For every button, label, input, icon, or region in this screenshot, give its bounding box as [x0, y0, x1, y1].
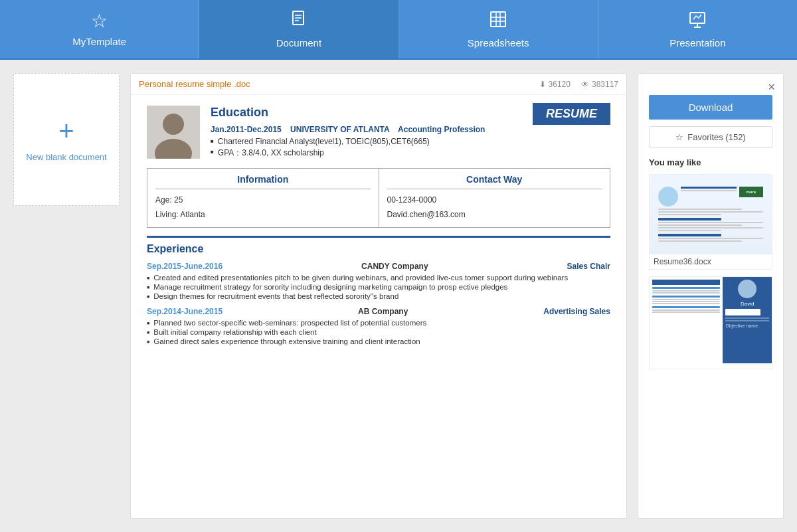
exp2-bullet-2: Built initial company relationship with …: [147, 328, 610, 336]
exp2-bullet-3: Gained direct sales experience through e…: [147, 337, 610, 345]
new-blank-document-card[interactable]: + New blank document: [13, 73, 120, 206]
nav-document[interactable]: Document: [199, 0, 398, 58]
resume-header-row: Education RESUME Jan.2011-Dec.2015 UNIVE…: [147, 106, 610, 160]
exp1-bullet-3: Design themes for recruitment events tha…: [147, 292, 610, 300]
right-panel: × Download ☆ Favorites (152) You may lik…: [638, 73, 784, 519]
experience-section: Experience Sep.2015-June.2016 CANDY Comp…: [147, 243, 610, 345]
svg-rect-9: [690, 13, 705, 23]
you-may-like-label: You may like: [649, 157, 772, 167]
document-preview: Personal resume simple .doc ⬇ 36120 👁 38…: [130, 73, 627, 519]
info-header: Information: [155, 174, 371, 189]
nav-spreadsheets[interactable]: Spreadsheets: [399, 0, 598, 58]
view-icon: 👁: [581, 80, 589, 89]
doc-body: Education RESUME Jan.2011-Dec.2015 UNIVE…: [131, 95, 626, 363]
contact-content: 00-1234-0000 David.chen@163.com: [387, 193, 602, 222]
info-contact-table: Information Age: 25 Living: Atlanta Cont…: [147, 168, 610, 228]
info-content: Age: 25 Living: Atlanta: [155, 193, 371, 222]
experience-title: Experience: [147, 243, 610, 255]
edu-details: Jan.2011-Dec.2015 UNIVERSITY OF ATLANTA …: [211, 125, 610, 134]
favorites-button[interactable]: ☆ Favorites (152): [649, 126, 772, 148]
nav-presentation[interactable]: Presentation: [598, 0, 797, 58]
main-content: + New blank document Personal resume sim…: [0, 60, 797, 532]
education-title: Education: [211, 106, 268, 120]
resume-photo: [147, 106, 200, 159]
svg-point-13: [163, 114, 184, 135]
download-count: ⬇ 36120: [539, 80, 571, 89]
mytemplate-icon: ☆: [91, 12, 108, 31]
star-icon: ☆: [675, 132, 683, 142]
doc-title: Personal resume simple .doc: [139, 79, 250, 89]
resume-education: Education RESUME Jan.2011-Dec.2015 UNIVE…: [211, 106, 610, 160]
suggestion-preview-1: more: [650, 175, 772, 254]
nav-presentation-label: Presentation: [669, 37, 725, 48]
resume-badge: RESUME: [533, 103, 610, 125]
suggestion-2-name: [650, 363, 772, 369]
nav-spreadsheets-label: Spreadsheets: [468, 37, 529, 48]
document-icon: [290, 10, 308, 32]
download-icon: ⬇: [539, 80, 546, 89]
exp-entry-2: Sep.2014-June.2015 AB Company Advertisin…: [147, 307, 610, 345]
presentation-icon: [688, 10, 707, 32]
exp2-header: Sep.2014-June.2015 AB Company Advertisin…: [147, 307, 610, 316]
exp-entry-1: Sep.2015-June.2016 CANDY Company Sales C…: [147, 262, 610, 300]
suggestions-container: more: [649, 174, 772, 507]
exp1-header: Sep.2015-June.2016 CANDY Company Sales C…: [147, 262, 610, 271]
new-doc-label: New blank document: [26, 152, 106, 162]
nav-document-label: Document: [276, 37, 321, 48]
view-count: 👁 383117: [581, 80, 618, 89]
suggestion-1-name: Resume36.docx: [650, 254, 772, 269]
edu-bullet-1: Chartered Financial Analyst(level1), TOE…: [211, 137, 610, 146]
contact-column: Contact Way 00-1234-0000 David.chen@163.…: [379, 169, 610, 227]
spreadsheets-icon: [489, 10, 507, 32]
suggestion-card-1[interactable]: more: [649, 174, 772, 270]
info-column: Information Age: 25 Living: Atlanta: [147, 169, 379, 227]
doc-header: Personal resume simple .doc ⬇ 36120 👁 38…: [131, 74, 626, 95]
exp2-bullet-1: Planned two sector-specific web-seminars…: [147, 319, 610, 327]
left-panel: + New blank document Personal resume sim…: [13, 73, 627, 519]
exp1-bullet-2: Manage recruitment strategy for sorority…: [147, 283, 610, 291]
edu-bullet-2: GPA：3.8/4.0, XX scholarship: [211, 147, 610, 159]
plus-icon: +: [58, 118, 74, 144]
contact-header: Contact Way: [387, 174, 602, 189]
doc-stats: ⬇ 36120 👁 383117: [539, 80, 618, 89]
svg-rect-4: [491, 12, 505, 27]
exp1-bullet-1: Created and edited presentationles pitch…: [147, 274, 610, 282]
nav-mytemplate-label: MyTemplate: [72, 36, 126, 47]
blue-divider: [147, 236, 610, 238]
suggestion-card-2[interactable]: David Objective name: [649, 276, 772, 369]
download-button[interactable]: Download: [649, 95, 772, 120]
top-navigation: ☆ MyTemplate Document Spreadsheets: [0, 0, 797, 60]
nav-mytemplate[interactable]: ☆ MyTemplate: [0, 0, 199, 58]
suggestion-preview-2: David Objective name: [650, 277, 772, 363]
close-button[interactable]: ×: [768, 80, 775, 94]
